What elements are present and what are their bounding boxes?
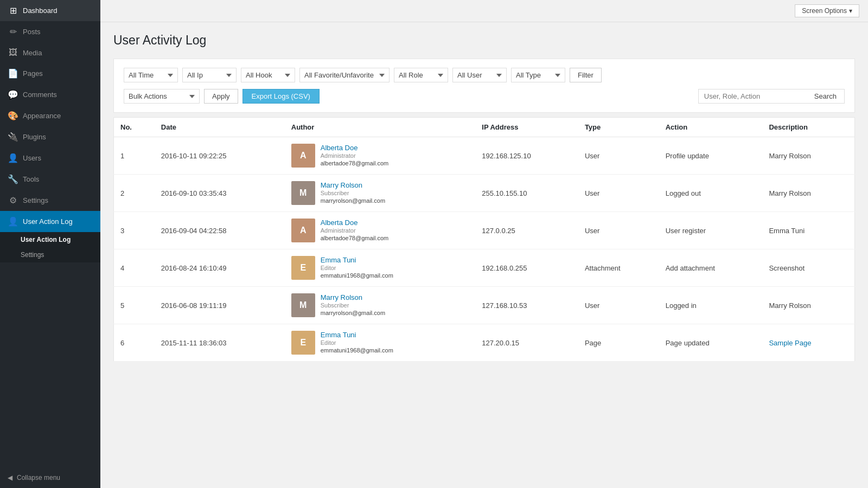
author-email: emmatuni1968@gmail.com [321,347,393,354]
author-info: Marry Rolson Subscriber marryrolson@gmai… [321,181,385,204]
author-name-link[interactable]: Alberta Doe [321,219,389,227]
author-name-link[interactable]: Emma Tuni [321,331,393,339]
col-no: No. [114,118,155,137]
description-text: Emma Tuni [769,227,805,235]
avatar: E [291,331,315,355]
author-name-link[interactable]: Marry Rolson [321,293,385,301]
author-role: Administrator [321,227,389,234]
description-text: Screenshot [769,264,805,272]
table-row: 3 2016-09-04 04:22:58 A Alberta Doe Admi… [114,212,855,249]
submenu-label: Settings [21,251,44,259]
cell-type: Attachment [578,249,659,287]
sidebar-item-label: Plugins [23,133,46,141]
avatar: M [291,181,315,205]
cell-action: User register [659,212,763,249]
table-row: 6 2015-11-11 18:36:03 E Emma Tuni Editor… [114,324,855,362]
author-info: Alberta Doe Administrator albertadoe78@g… [321,144,389,166]
media-icon: 🖼 [8,48,18,57]
export-logs-button[interactable]: Export Logs (CSV) [242,89,320,104]
all-role-select[interactable]: All Role [394,68,448,82]
users-icon: 👤 [8,153,18,163]
cell-description: Screenshot [762,249,854,287]
sidebar-submenu: User Action Log Settings [0,232,100,262]
table-row: 1 2016-10-11 09:22:25 A Alberta Doe Admi… [114,137,855,175]
appearance-icon: 🎨 [8,111,18,121]
search-button[interactable]: Search [807,89,845,104]
sidebar-item-posts[interactable]: ✏ Posts [0,21,100,42]
sidebar-item-media[interactable]: 🖼 Media [0,42,100,63]
sidebar-item-users[interactable]: 👤 Users [0,147,100,169]
sidebar-submenu-user-action-log[interactable]: User Action Log [0,232,100,247]
description-link[interactable]: Sample Page [769,339,811,347]
screen-options-button[interactable]: Screen Options ▾ [795,4,859,17]
sidebar-item-label: Media [23,49,42,57]
search-input[interactable] [698,89,807,104]
sidebar-item-user-action-log[interactable]: 👤 User Action Log [0,211,100,232]
filter-panel: All Time All Ip All Hook All Favorite/Un… [113,59,855,113]
cell-description: Sample Page [762,324,854,362]
cell-description: Emma Tuni [762,212,854,249]
bulk-actions-select[interactable]: Bulk Actions [124,89,200,104]
all-user-select[interactable]: All User [452,68,507,82]
cell-ip: 127.0.0.25 [475,212,578,249]
description-text: Marry Rolson [769,301,810,310]
page-title: User Activity Log [113,33,855,48]
author-info: Emma Tuni Editor emmatuni1968@gmail.com [321,256,393,279]
cell-date: 2015-11-11 18:36:03 [155,324,285,362]
all-hook-select[interactable]: All Hook [241,68,295,82]
filter-row-1: All Time All Ip All Hook All Favorite/Un… [124,68,845,82]
cell-author: M Marry Rolson Subscriber marryrolson@gm… [285,175,476,212]
author-email: marryrolson@gmail.com [321,197,385,204]
sidebar-item-settings[interactable]: ⚙ Settings [0,190,100,211]
main-content: Screen Options ▾ User Activity Log All T… [100,0,868,488]
cell-type: User [578,287,659,324]
cell-type: User [578,137,659,175]
sidebar-submenu-settings[interactable]: Settings [0,247,100,262]
sidebar-item-label: Comments [23,91,57,99]
cell-date: 2016-10-11 09:22:25 [155,137,285,175]
all-type-select[interactable]: All Type [511,68,565,82]
col-type: Type [578,118,659,137]
screen-options-chevron-icon: ▾ [849,7,852,15]
author-name-link[interactable]: Marry Rolson [321,181,385,189]
author-role: Subscriber [321,190,385,196]
cell-description: Marry Rolson [762,175,854,212]
table-row: 4 2016-08-24 16:10:49 E Emma Tuni Editor… [114,249,855,287]
author-name-link[interactable]: Alberta Doe [321,144,389,152]
comments-icon: 💬 [8,89,18,100]
col-action: Action [659,118,763,137]
sidebar-item-label: Dashboard [23,7,58,15]
all-ip-select[interactable]: All Ip [182,68,237,82]
cell-ip: 192.168.125.10 [475,137,578,175]
sidebar-item-plugins[interactable]: 🔌 Plugins [0,126,100,147]
apply-button[interactable]: Apply [204,89,238,104]
sidebar-item-comments[interactable]: 💬 Comments [0,84,100,105]
table-row: 5 2016-06-08 19:11:19 M Marry Rolson Sub… [114,287,855,324]
sidebar-item-dashboard[interactable]: ⊞ Dashboard [0,0,100,21]
settings-icon: ⚙ [8,195,18,206]
filter-button[interactable]: Filter [570,68,602,82]
cell-no: 1 [114,137,155,175]
author-role: Editor [321,265,393,271]
all-time-select[interactable]: All Time [124,68,178,82]
author-info: Alberta Doe Administrator albertadoe78@g… [321,219,389,241]
author-role: Administrator [321,152,389,159]
author-name-link[interactable]: Emma Tuni [321,256,393,264]
description-text: Marry Rolson [769,152,810,160]
cell-author: M Marry Rolson Subscriber marryrolson@gm… [285,287,476,324]
cell-action: Logged out [659,175,763,212]
sidebar-item-appearance[interactable]: 🎨 Appearance [0,105,100,126]
col-author: Author [285,118,476,137]
cell-type: User [578,175,659,212]
col-description: Description [762,118,854,137]
cell-date: 2016-09-10 03:35:43 [155,175,285,212]
sidebar-item-tools[interactable]: 🔧 Tools [0,169,100,190]
cell-author: E Emma Tuni Editor emmatuni1968@gmail.co… [285,249,476,287]
cell-author: A Alberta Doe Administrator albertadoe78… [285,212,476,249]
collapse-menu-button[interactable]: ◀ Collapse menu [0,467,100,488]
author-email: emmatuni1968@gmail.com [321,272,393,279]
author-role: Subscriber [321,302,385,309]
sidebar-item-pages[interactable]: 📄 Pages [0,63,100,84]
all-favorite-select[interactable]: All Favorite/Unfavorite [299,68,390,82]
sidebar: ⊞ Dashboard ✏ Posts 🖼 Media 📄 Pages 💬 Co… [0,0,100,488]
